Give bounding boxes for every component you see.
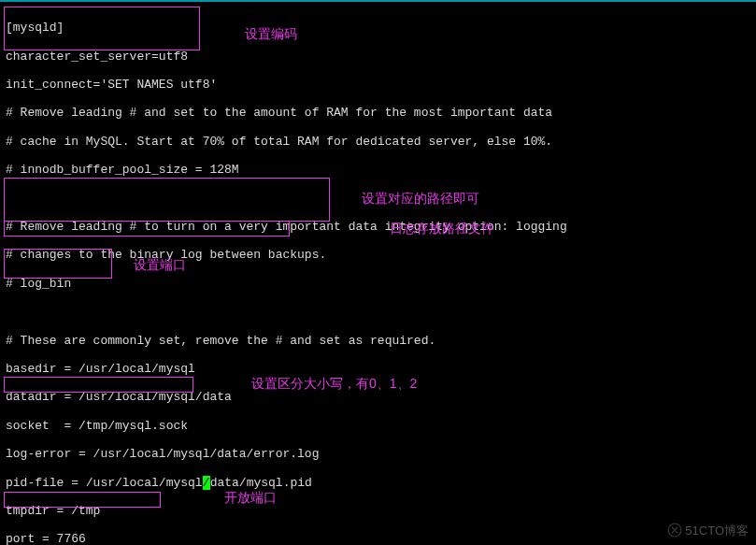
config-line: pid-file = /usr/local/mysql/data/mysql.p… <box>6 476 750 490</box>
config-line: port = 7766 <box>6 532 750 545</box>
config-line: [mysqld] <box>6 21 750 35</box>
config-line: init_connect='SET NAMES utf8' <box>6 78 750 92</box>
config-line: # These are commonly set, remove the # a… <box>6 334 750 348</box>
config-line <box>6 305 750 319</box>
config-line: # log_bin <box>6 277 750 291</box>
config-line: # Remove leading # and set to the amount… <box>6 106 750 120</box>
config-line: character_set_server=utf8 <box>6 50 750 64</box>
config-line: # cache in MySQL. Start at 70% of total … <box>6 135 750 149</box>
config-line: basedir = /usr/local/mysql <box>6 362 750 376</box>
config-line: datadir = /usr/local/mysql/data <box>6 390 750 404</box>
config-line: tmpdir = /tmp <box>6 504 750 518</box>
terminal-output: [mysqld] character_set_server=utf8 init_… <box>0 2 756 545</box>
config-line: log-error = /usr/local/mysql/data/error.… <box>6 447 750 461</box>
config-line: # changes to the binary log between back… <box>6 248 750 262</box>
watermark-text: 51CTO博客 <box>685 523 749 538</box>
config-line: # innodb_buffer_pool_size = 128M <box>6 163 750 177</box>
config-line <box>6 192 750 206</box>
config-line: # Remove leading # to turn on a very imp… <box>6 220 750 234</box>
terminal-cursor: / <box>203 476 210 490</box>
watermark-icon: 51CTO博客 <box>667 523 749 539</box>
config-line: socket = /tmp/mysql.sock <box>6 419 750 433</box>
